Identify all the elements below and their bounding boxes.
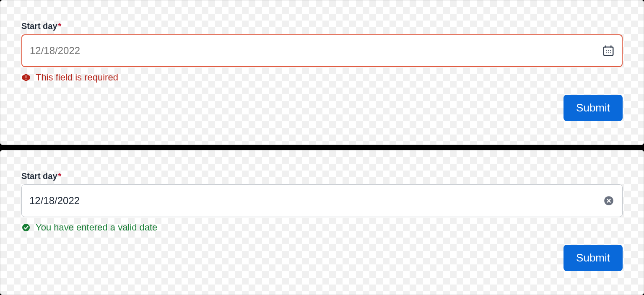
form-panel-error: Start day*	[0, 0, 644, 145]
error-message-text: This field is required	[36, 72, 118, 83]
start-day-input[interactable]	[29, 185, 597, 217]
label-row: Start day*	[21, 171, 623, 181]
warning-icon	[21, 73, 31, 82]
svg-point-5	[610, 50, 611, 51]
start-day-input[interactable]	[30, 35, 597, 66]
svg-point-7	[608, 52, 609, 53]
svg-rect-0	[604, 47, 613, 55]
label-row: Start day*	[21, 21, 623, 31]
form-panel-valid: Start day* You have entered a valid date	[0, 150, 644, 295]
check-icon	[21, 223, 31, 232]
submit-button[interactable]: Submit	[564, 95, 623, 121]
svg-point-8	[610, 52, 611, 53]
start-day-input-wrap[interactable]	[21, 184, 623, 217]
required-asterisk: *	[58, 171, 62, 181]
start-day-field-group: Start day*	[21, 21, 623, 83]
start-day-input-wrap[interactable]	[21, 34, 623, 67]
submit-button[interactable]: Submit	[564, 245, 623, 271]
start-day-field-group: Start day* You have entered a valid date	[21, 171, 623, 233]
actions-row: Submit	[21, 245, 623, 271]
svg-rect-10	[26, 75, 26, 78]
clear-icon[interactable]	[602, 194, 615, 207]
error-message-row: This field is required	[21, 72, 623, 83]
svg-rect-11	[26, 79, 26, 80]
svg-point-3	[606, 50, 607, 51]
start-day-label: Start day	[21, 21, 57, 31]
required-asterisk: *	[58, 21, 62, 31]
actions-row: Submit	[21, 95, 623, 121]
success-message-row: You have entered a valid date	[21, 222, 623, 233]
calendar-icon[interactable]	[602, 44, 615, 57]
start-day-label: Start day	[21, 171, 57, 181]
success-message-text: You have entered a valid date	[36, 222, 157, 233]
svg-point-15	[22, 224, 30, 231]
svg-point-4	[608, 50, 609, 51]
svg-point-6	[606, 52, 607, 53]
